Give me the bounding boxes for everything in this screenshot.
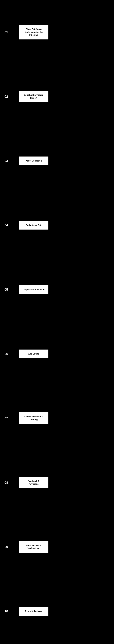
step-number: 01	[3, 30, 12, 34]
step-box[interactable]: Final Review & Quality Check	[19, 541, 48, 553]
step-number: 09	[3, 545, 12, 549]
step-connector: Preliminary Edit	[12, 221, 61, 230]
step-connector: Export & Delivery	[12, 607, 61, 616]
step-box[interactable]: Feedback & Revisions	[19, 477, 48, 488]
step-box-label: Add Sound	[28, 352, 39, 355]
step-connector: Client Briefing & Understanding the Obje…	[12, 25, 61, 40]
step-box[interactable]: Graphics & Animation	[19, 285, 48, 294]
step-box-label: Client Briefing & Understanding the Obje…	[25, 28, 43, 36]
step-connector: Add Sound	[12, 350, 61, 358]
step-box[interactable]: Preliminary Edit	[19, 221, 48, 230]
steps-container: 01Client Briefing & Understanding the Ob…	[0, 0, 114, 644]
step-box[interactable]: Script & Storyboard Review	[19, 91, 48, 102]
step-number: 03	[3, 159, 12, 163]
step-row: 03Asset Collection	[0, 129, 114, 193]
step-row: 08Feedback & Revisions	[0, 450, 114, 515]
step-box-label: Color Correction & Grading	[24, 416, 43, 421]
step-box-label: Final Review & Quality Check	[26, 544, 41, 550]
step-number: 02	[3, 95, 12, 98]
step-number: 05	[3, 288, 12, 292]
step-connector: Graphics & Animation	[12, 285, 61, 294]
step-box[interactable]: Client Briefing & Understanding the Obje…	[19, 25, 48, 40]
step-row: 06Add Sound	[0, 322, 114, 386]
step-row: 07Color Correction & Grading	[0, 386, 114, 450]
step-row: 04Preliminary Edit	[0, 193, 114, 257]
step-box[interactable]: Export & Delivery	[19, 607, 48, 616]
step-row: 01Client Briefing & Understanding the Ob…	[0, 0, 114, 64]
step-connector: Feedback & Revisions	[12, 477, 61, 488]
step-box-label: Feedback & Revisions	[28, 480, 40, 485]
step-number: 10	[3, 610, 12, 613]
step-number: 07	[3, 416, 12, 420]
step-row: 10Export & Delivery	[0, 579, 114, 644]
step-number: 06	[3, 352, 12, 356]
step-connector: Final Review & Quality Check	[12, 541, 61, 553]
step-connector: Color Correction & Grading	[12, 412, 61, 424]
step-box-label: Graphics & Animation	[23, 288, 45, 291]
step-box[interactable]: Asset Collection	[19, 156, 48, 165]
step-box[interactable]: Add Sound	[19, 350, 48, 358]
step-box[interactable]: Color Correction & Grading	[19, 412, 48, 424]
step-connector: Script & Storyboard Review	[12, 91, 61, 102]
step-box-label: Asset Collection	[26, 160, 42, 162]
step-box-label: Preliminary Edit	[26, 224, 42, 226]
step-box-label: Script & Storyboard Review	[24, 94, 43, 99]
step-row: 09Final Review & Quality Check	[0, 515, 114, 579]
step-box-label: Export & Delivery	[25, 610, 42, 612]
step-number: 04	[3, 223, 12, 227]
step-row: 05Graphics & Animation	[0, 257, 114, 322]
step-connector: Asset Collection	[12, 156, 61, 165]
step-row: 02Script & Storyboard Review	[0, 64, 114, 129]
step-number: 08	[3, 481, 12, 484]
